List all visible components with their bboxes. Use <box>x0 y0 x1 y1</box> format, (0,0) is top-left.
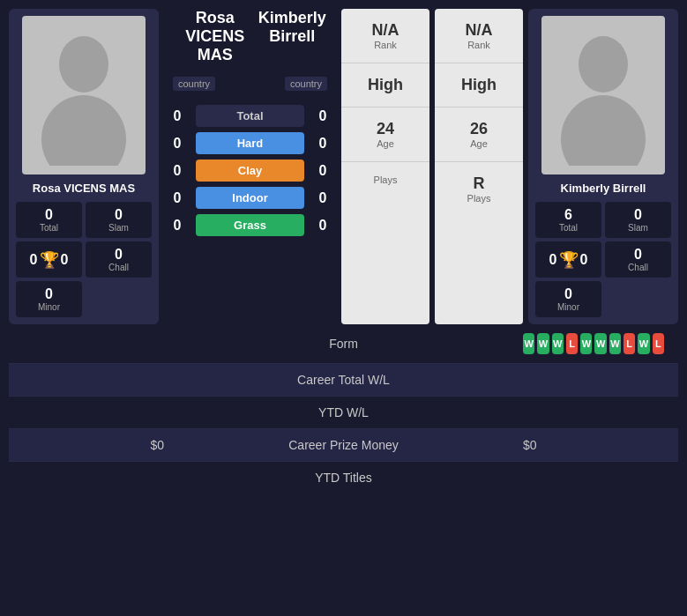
ytd-wl-row: YTD W/L <box>9 397 678 429</box>
right-name-top: Kimberly Birrell <box>258 9 328 64</box>
total-row: 0 Total 0 <box>164 105 336 127</box>
indoor-surface-btn[interactable]: Indoor <box>196 187 304 209</box>
left-slam-value: 0 <box>89 207 148 223</box>
right-player-name: Kimberly Birrell <box>535 182 671 195</box>
indoor-row: 0 Indoor 0 <box>164 187 336 209</box>
left-total-value: 0 <box>19 207 78 223</box>
right-level-cell: High <box>435 63 523 108</box>
right-grass-score: 0 <box>310 218 336 234</box>
right-age-value: 26 <box>442 120 516 138</box>
hard-surface-btn[interactable]: Hard <box>196 132 304 154</box>
prize-right: $0 <box>505 438 664 452</box>
left-player-avatar <box>22 16 146 174</box>
form-badge-w: W <box>594 333 606 354</box>
ytd-wl-label: YTD W/L <box>182 405 505 419</box>
right-country: country <box>285 71 327 97</box>
left-name-top: Rosa VICENS MAS <box>173 9 258 64</box>
right-plays-cell: R Plays <box>435 162 523 216</box>
form-row: Form WWWLWWWLWL <box>9 324 678 364</box>
form-badge-l: L <box>653 333 664 354</box>
right-stats-grid: 6 Total 0 Slam 0 🏆 0 0 Chall <box>535 202 671 317</box>
left-age-value: 24 <box>348 120 422 138</box>
left-minor-value: 0 <box>19 286 78 302</box>
form-badge-w: W <box>552 333 564 354</box>
form-badge-w: W <box>609 333 621 354</box>
svg-point-2 <box>579 36 628 93</box>
right-minor-stat: 0 Minor <box>535 281 601 317</box>
right-plays-value: R <box>442 174 516 193</box>
right-hard-score: 0 <box>310 136 336 152</box>
left-plays-value: Plays <box>348 174 422 185</box>
right-player-card: Kimberly Birrell 6 Total 0 Slam 0 🏆 0 0 <box>528 9 678 324</box>
left-trophy-icon: 🏆 <box>40 250 59 270</box>
right-total-value: 6 <box>539 207 598 223</box>
form-badge-w: W <box>638 333 649 354</box>
names-row: Rosa VICENS MAS Kimberly Birrell <box>164 9 336 64</box>
left-country-img: country <box>173 77 215 91</box>
prize-left: $0 <box>23 438 182 452</box>
right-age-cell: 26 Age <box>435 108 523 162</box>
left-rank-cell: N/A Rank <box>341 9 429 63</box>
right-slam-value: 0 <box>609 207 668 223</box>
left-total-score: 0 <box>164 108 190 124</box>
right-minor-value: 0 <box>539 286 598 302</box>
right-country-img: country <box>285 77 327 91</box>
right-slam-stat: 0 Slam <box>605 202 671 238</box>
right-mast-value: 0 <box>549 252 557 268</box>
right-clay-score: 0 <box>310 163 336 179</box>
right-total-stat: 6 Total <box>535 202 601 238</box>
left-rank-label: Rank <box>348 40 422 50</box>
center-area: Rosa VICENS MAS Kimberly Birrell country… <box>164 9 336 324</box>
left-age-cell: 24 Age <box>341 108 429 162</box>
left-player-card: Rosa VICENS MAS 0 Total 0 Slam 0 🏆 0 0 <box>9 9 159 324</box>
ytd-titles-row: YTD Titles <box>9 462 678 494</box>
comparison-area: Rosa VICENS MAS 0 Total 0 Slam 0 🏆 0 0 <box>9 9 678 324</box>
form-badges-container: WWWLWWWLWL <box>505 333 664 354</box>
svg-point-0 <box>59 36 108 93</box>
svg-point-3 <box>561 95 646 166</box>
right-player-avatar <box>541 16 665 174</box>
left-age-label: Age <box>348 138 422 149</box>
left-hard-score: 0 <box>164 136 190 152</box>
prize-label: Career Prize Money <box>182 438 505 452</box>
left-mast-stat: 0 🏆 0 <box>16 241 82 278</box>
prize-row: $0 Career Prize Money $0 <box>9 429 678 462</box>
right-slam-label: Slam <box>609 223 668 233</box>
left-detail-panel: N/A Rank High 24 Age Plays <box>341 9 429 324</box>
right-rank-value: N/A <box>442 21 516 40</box>
svg-point-1 <box>41 95 126 166</box>
left-chall-stat: 0 Chall <box>86 241 152 278</box>
left-player-name: Rosa VICENS MAS <box>16 182 152 195</box>
form-badges: WWWLWWWLWL <box>523 333 664 354</box>
right-indoor-score: 0 <box>310 190 336 206</box>
total-label: Total <box>196 105 304 127</box>
form-badge-w: W <box>537 333 549 354</box>
left-minor-stat: 0 Minor <box>16 281 82 317</box>
form-badge-w: W <box>523 333 534 354</box>
grass-row: 0 Grass 0 <box>164 214 336 236</box>
clay-row: 0 Clay 0 <box>164 160 336 182</box>
ytd-titles-label: YTD Titles <box>182 471 505 485</box>
right-trophy-icon: 🏆 <box>559 250 579 270</box>
left-grass-score: 0 <box>164 218 190 234</box>
clay-surface-btn[interactable]: Clay <box>196 160 304 182</box>
left-stats-grid: 0 Total 0 Slam 0 🏆 0 0 Chall <box>16 202 152 317</box>
form-label: Form <box>182 337 505 351</box>
form-badge-l: L <box>566 333 578 354</box>
left-rank-value: N/A <box>348 21 422 40</box>
right-minor-label: Minor <box>539 302 598 312</box>
main-container: Rosa VICENS MAS 0 Total 0 Slam 0 🏆 0 0 <box>0 0 687 502</box>
right-detail-panel: N/A Rank High 26 Age R Plays <box>435 9 523 324</box>
bottom-section: Form WWWLWWWLWL Career Total W/L YTD W/L… <box>9 324 678 494</box>
grass-surface-btn[interactable]: Grass <box>196 214 304 236</box>
right-rank-label: Rank <box>442 40 516 50</box>
right-total-label: Total <box>539 223 598 233</box>
right-chall-label: Chall <box>609 263 668 272</box>
right-level-value: High <box>442 76 516 94</box>
left-slam-stat: 0 Slam <box>86 202 152 238</box>
right-total-score: 0 <box>310 108 336 124</box>
form-badge-w: W <box>580 333 592 354</box>
left-clay-score: 0 <box>164 163 190 179</box>
hard-row: 0 Hard 0 <box>164 132 336 154</box>
left-slam-label: Slam <box>89 223 148 233</box>
